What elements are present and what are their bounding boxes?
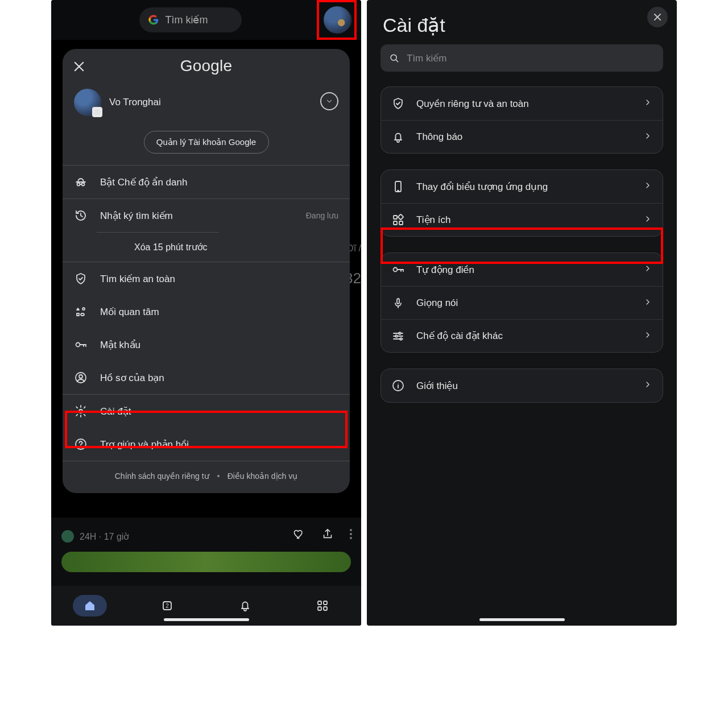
svg-point-16 [391, 55, 396, 60]
search-icon [388, 52, 400, 64]
menu-help[interactable]: Trợ giúp và phản hồi [63, 428, 350, 461]
source-badge-icon [61, 530, 74, 543]
svg-rect-13 [324, 601, 327, 605]
close-button[interactable] [647, 7, 668, 27]
chevron-right-icon [643, 264, 652, 275]
manage-account-button[interactable]: Quản lý Tài khoản Google [144, 131, 269, 154]
item-appicon[interactable]: Thay đổi biểu tượng ứng dụng [381, 170, 663, 203]
menu-incognito[interactable]: Bật Chế độ ẩn danh [63, 166, 350, 198]
camera-badge-icon [92, 107, 102, 117]
chevron-right-icon [643, 330, 652, 342]
item-voice[interactable]: Giọng nói [381, 286, 663, 319]
svg-rect-0 [95, 111, 100, 114]
svg-rect-18 [394, 216, 397, 219]
account-menu: Bật Chế độ ẩn danh Nhật ký tìm kiếm Đang… [63, 166, 350, 489]
dot-separator [217, 475, 220, 477]
shield-check-icon [391, 97, 405, 110]
svg-rect-14 [318, 607, 321, 610]
search-placeholder: Tìm kiếm [407, 52, 446, 64]
page-title: Cài đặt [367, 0, 677, 44]
item-widgets[interactable]: Tiện ích [381, 203, 663, 236]
google-g-icon [147, 14, 160, 26]
home-indicator[interactable] [479, 618, 565, 621]
help-icon [74, 437, 88, 451]
svg-rect-23 [397, 299, 399, 304]
item-autofill[interactable]: Tự động điền [381, 253, 663, 286]
menu-passwords[interactable]: Mật khẩu [63, 328, 350, 361]
feed-card-preview [61, 552, 351, 572]
nav-notifications[interactable] [228, 595, 262, 617]
bell-icon [391, 130, 405, 144]
more-icon[interactable] [350, 529, 352, 539]
close-icon[interactable] [72, 59, 86, 74]
search-pill[interactable]: Tìm kiếm [139, 7, 242, 32]
account-row[interactable]: Vo Tronghai [63, 83, 350, 118]
settings-search[interactable]: Tìm kiếm [380, 44, 663, 72]
svg-point-22 [394, 268, 398, 272]
chevron-right-icon [643, 131, 652, 143]
top-bar: Tìm kiếm [51, 0, 361, 40]
panel-header: Google [63, 49, 350, 83]
svg-point-4 [76, 343, 80, 347]
item-privacy[interactable]: Quyền riêng tư và an toàn [381, 87, 663, 120]
svg-point-9 [80, 446, 81, 447]
account-avatar [74, 89, 101, 116]
group-about: Giới thiệu [380, 369, 663, 403]
key-icon [391, 263, 405, 276]
expand-account-button[interactable] [320, 92, 338, 110]
article-source: 24H · 17 giờ [61, 530, 129, 543]
chevron-right-icon [643, 98, 652, 109]
svg-rect-20 [399, 221, 403, 225]
profile-icon [74, 371, 88, 384]
item-notifications[interactable]: Thông báo [381, 120, 663, 153]
screenshot-left: Tìm kiếm 24H · 17 giờ Dĩ / 32 Google [51, 0, 361, 626]
close-icon [653, 13, 662, 22]
google-logo-text: Google [180, 57, 233, 75]
key-icon [74, 338, 88, 351]
privacy-link[interactable]: Chính sách quyền riêng tư [115, 471, 209, 481]
svg-point-28 [398, 383, 398, 383]
chevron-right-icon [643, 297, 652, 309]
tos-link[interactable]: Điều khoản dịch vụ [228, 471, 298, 481]
svg-point-6 [79, 375, 82, 378]
menu-profile[interactable]: Hồ sơ của bạn [63, 361, 350, 394]
svg-rect-12 [318, 601, 321, 605]
menu-search-history[interactable]: Nhật ký tìm kiếm Đang lưu [63, 199, 350, 232]
share-icon[interactable] [321, 528, 334, 540]
svg-point-7 [79, 410, 82, 413]
heart-icon[interactable] [293, 528, 305, 540]
profile-avatar[interactable] [324, 6, 351, 34]
svg-point-24 [399, 332, 401, 334]
info-icon [391, 379, 405, 392]
svg-point-1 [97, 111, 98, 113]
menu-settings[interactable]: Cài đặt [63, 395, 350, 428]
grid-icon [316, 599, 329, 613]
article-actions [293, 528, 352, 540]
menu-safesearch[interactable]: Tìm kiếm an toàn [63, 262, 350, 295]
account-panel: Google Vo Tronghai Quản lý Tài khoản Goo… [63, 49, 350, 493]
menu-interests[interactable]: Mối quan tâm [63, 295, 350, 328]
panel-footer: Chính sách quyền riêng tư Điều khoản dịc… [63, 461, 350, 489]
phone-icon [391, 180, 405, 193]
gear-icon [74, 404, 88, 418]
svg-point-26 [400, 338, 402, 340]
widgets-icon [391, 213, 405, 227]
group-input: Tự động điền Giọng nói Chế độ cài đặt kh… [380, 253, 663, 353]
screenshot-right: Cài đặt Tìm kiếm Quyền riêng tư và an to… [367, 0, 677, 626]
mic-icon [391, 296, 405, 310]
item-about[interactable]: Giới thiệu [381, 369, 663, 402]
interests-icon [74, 305, 88, 318]
nav-tabs[interactable]: 2 [150, 595, 184, 617]
svg-rect-15 [324, 607, 327, 610]
nav-home[interactable] [73, 595, 107, 617]
search-placeholder: Tìm kiếm [166, 14, 208, 26]
incognito-icon [74, 175, 88, 189]
history-icon [74, 209, 88, 222]
menu-clear-15[interactable]: Xóa 15 phút trước [63, 232, 350, 262]
nav-apps[interactable] [305, 595, 340, 617]
home-icon [83, 599, 97, 613]
item-other[interactable]: Chế độ cài đặt khác [381, 319, 663, 352]
account-name: Vo Tronghai [109, 97, 161, 108]
home-indicator[interactable] [164, 618, 249, 621]
chevron-down-icon [325, 97, 333, 105]
